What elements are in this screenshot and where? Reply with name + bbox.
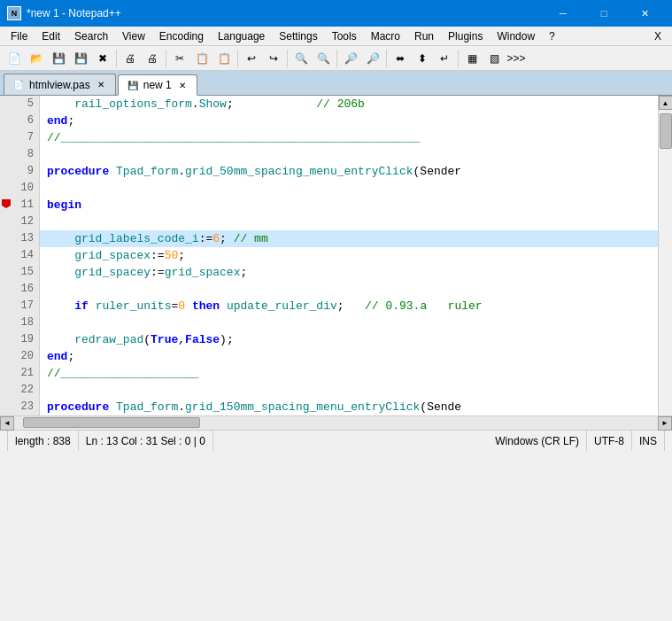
line-num-5: 5: [0, 96, 39, 113]
toolbar-panel2[interactable]: ▧: [483, 48, 505, 69]
code-line-5: rail_options_form.Show; // 206b: [40, 96, 658, 113]
menu-macro[interactable]: Macro: [364, 28, 407, 44]
menu-help[interactable]: ?: [542, 28, 562, 44]
code-line-12: [40, 213, 658, 230]
scroll-thumb-h[interactable]: [23, 417, 200, 428]
toolbar-zoom-out[interactable]: 🔎: [362, 48, 383, 69]
scroll-left-button[interactable]: ◄: [0, 416, 14, 431]
vertical-scrollbar[interactable]: ▲: [658, 96, 672, 415]
editor-body: 5 6 7 8 9 10 11 12 13 14 15 16 17 18 19 …: [0, 96, 672, 415]
tab-htmlview[interactable]: 📄 htmlview.pas ✕: [4, 74, 116, 95]
toolbar-separator-5: [336, 50, 337, 67]
toolbar-print[interactable]: 🖨: [120, 48, 141, 69]
line-num-18: 18: [0, 314, 39, 331]
code-line-7: //______________________________________…: [40, 129, 658, 146]
code-line-18: [40, 314, 658, 331]
scroll-right-button[interactable]: ►: [658, 416, 672, 431]
toolbar-save-all[interactable]: 💾: [70, 48, 91, 69]
toolbar-separator-6: [386, 50, 387, 67]
scroll-up-button[interactable]: ▲: [659, 96, 673, 110]
toolbar-panel[interactable]: ▦: [461, 48, 483, 69]
window-controls: ─ □ ✕: [543, 0, 665, 27]
code-line-10: [40, 180, 658, 197]
toolbar-sync-v[interactable]: ⬍: [412, 48, 433, 69]
toolbar-separator-7: [458, 50, 459, 67]
app-icon: N: [7, 6, 21, 20]
code-area[interactable]: rail_options_form.Show; // 206b end; //_…: [40, 96, 658, 415]
line-num-16: 16: [0, 281, 39, 298]
toolbar-separator-4: [287, 50, 288, 67]
tab-htmlview-icon: 📄: [13, 80, 24, 89]
line-num-11: 11: [0, 197, 39, 213]
horizontal-scrollbar[interactable]: ◄ ►: [0, 415, 672, 430]
toolbar-more[interactable]: >>>: [506, 48, 527, 69]
line-num-17: 17: [0, 298, 39, 314]
line-num-12: 12: [0, 213, 39, 230]
toolbar-undo[interactable]: ↩: [241, 48, 262, 69]
menu-window[interactable]: Window: [490, 28, 542, 44]
maximize-button[interactable]: □: [583, 0, 624, 27]
tab-new1[interactable]: 💾 new 1 ✕: [118, 74, 197, 96]
tab-htmlview-close[interactable]: ✕: [96, 80, 106, 89]
code-line-20: end;: [40, 348, 658, 365]
status-mode: INS: [632, 431, 665, 451]
toolbar-print-now[interactable]: 🖨: [142, 48, 163, 69]
status-encoding: UTF-8: [587, 431, 632, 451]
window-title: *new 1 - Notepad++: [27, 7, 121, 19]
minimize-button[interactable]: ─: [543, 0, 583, 27]
toolbar-cut[interactable]: ✂: [169, 48, 190, 69]
status-bar: length : 838 Ln : 13 Col : 31 Sel : 0 | …: [0, 430, 672, 451]
tab-new1-close[interactable]: ✕: [177, 81, 188, 90]
status-length: length : 838: [7, 431, 79, 451]
menu-view[interactable]: View: [115, 28, 152, 44]
line-num-8: 8: [0, 146, 39, 163]
toolbar-save[interactable]: 💾: [48, 48, 69, 69]
code-line-6: end;: [40, 113, 658, 129]
toolbar-sync-h[interactable]: ⬌: [390, 48, 411, 69]
line-num-19: 19: [0, 331, 39, 348]
code-line-17: if ruler_units=0 then update_ruler_div; …: [40, 298, 658, 314]
code-line-19: redraw_pad(True,False);: [40, 331, 658, 348]
code-line-14: grid_spacex:=50;: [40, 247, 658, 264]
code-line-11: begin: [40, 197, 658, 213]
code-line-22: [40, 382, 658, 399]
line-num-6: 6: [0, 113, 39, 129]
toolbar-open[interactable]: 📂: [26, 48, 47, 69]
menu-language[interactable]: Language: [211, 28, 272, 44]
menu-edit[interactable]: Edit: [35, 28, 67, 44]
menu-file[interactable]: File: [4, 28, 35, 44]
menu-settings[interactable]: Settings: [272, 28, 324, 44]
menu-tools[interactable]: Tools: [325, 28, 364, 44]
menu-x[interactable]: X: [647, 28, 668, 44]
line-num-21: 21: [0, 365, 39, 382]
toolbar-find[interactable]: 🔍: [290, 48, 312, 69]
status-position: Ln : 13 Col : 31 Sel : 0 | 0: [79, 431, 213, 451]
toolbar-close[interactable]: ✖: [92, 48, 113, 69]
code-line-15: grid_spacey:=grid_spacex;: [40, 264, 658, 281]
toolbar-redo[interactable]: ↪: [263, 48, 284, 69]
line-num-22: 22: [0, 382, 39, 399]
scroll-thumb-v[interactable]: [660, 113, 672, 149]
line-num-14: 14: [0, 247, 39, 264]
toolbar-new[interactable]: 📄: [4, 48, 25, 69]
status-eol: Windows (CR LF): [488, 431, 587, 451]
toolbar-separator-2: [166, 50, 166, 67]
toolbar-separator-1: [116, 50, 117, 67]
tab-htmlview-label: htmlview.pas: [29, 79, 90, 91]
toolbar-zoom-in[interactable]: 🔎: [340, 48, 361, 69]
code-line-13: grid_labels_code_i:=6; // mm: [40, 230, 658, 247]
menu-encoding[interactable]: Encoding: [152, 28, 211, 44]
toolbar-find-replace[interactable]: 🔍: [313, 48, 334, 69]
menu-plugins[interactable]: Plugins: [441, 28, 490, 44]
code-line-23: procedure Tpad_form.grid_150mm_spacing_m…: [40, 399, 658, 415]
toolbar-copy[interactable]: 📋: [191, 48, 212, 69]
line-num-15: 15: [0, 264, 39, 281]
line-num-9: 9: [0, 163, 39, 180]
close-button[interactable]: ✕: [624, 0, 665, 27]
toolbar: 📄 📂 💾 💾 ✖ 🖨 🖨 ✂ 📋 📋 ↩ ↪ 🔍 🔍 🔎 🔎 ⬌ ⬍ ↵ ▦ …: [0, 46, 672, 71]
toolbar-wrap[interactable]: ↵: [434, 48, 455, 69]
menu-run[interactable]: Run: [407, 28, 441, 44]
toolbar-paste[interactable]: 📋: [213, 48, 235, 69]
menu-search[interactable]: Search: [67, 28, 115, 44]
menu-bar: File Edit Search View Encoding Language …: [0, 27, 672, 46]
